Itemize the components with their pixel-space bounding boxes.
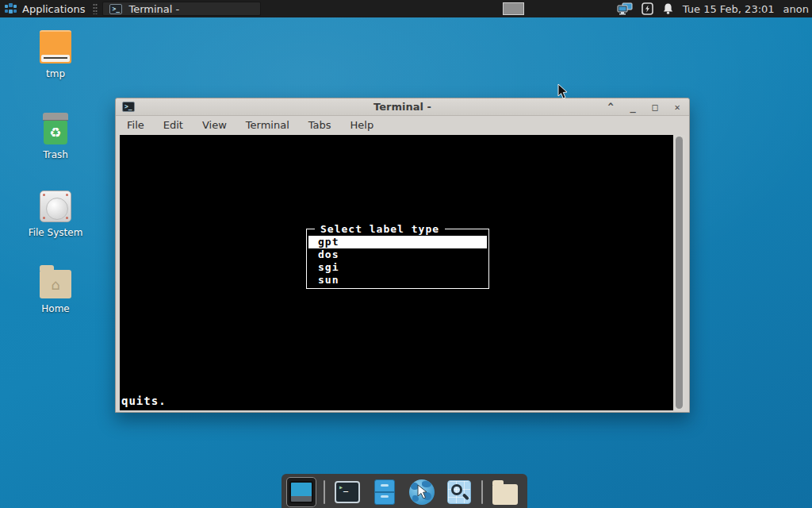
panel-username: anon	[783, 3, 809, 15]
desktop-icon-home[interactable]: ⌂ Home	[16, 270, 95, 314]
menu-tabs[interactable]: Tabs	[308, 119, 331, 131]
folder-icon	[492, 484, 518, 505]
show-desktop-icon	[289, 481, 313, 503]
globe-icon	[409, 479, 435, 505]
applications-label: Applications	[22, 3, 85, 15]
desktop: { "panel": { "applications_label": "Appl…	[0, 0, 812, 508]
terminal-bottom-text: quits.	[121, 394, 167, 407]
desktop-icon-trash[interactable]: ♻ Trash	[16, 111, 95, 160]
dialog-title: Select label type	[315, 223, 445, 235]
dialog-option-dos[interactable]: dos	[308, 248, 487, 261]
menu-help[interactable]: Help	[350, 119, 374, 131]
dock-separator	[324, 480, 325, 504]
terminal-body: Select label type gpt dos sgi sun quits.	[120, 135, 685, 410]
dialog-option-gpt[interactable]: gpt	[308, 236, 487, 248]
file-cabinet-icon	[374, 479, 395, 505]
applications-menu[interactable]: Applications	[0, 0, 91, 17]
dock-terminal[interactable]: ▸_	[332, 477, 362, 507]
mouse-cursor	[557, 84, 569, 100]
menu-edit[interactable]: Edit	[163, 119, 183, 131]
xfce-logo-icon	[5, 3, 17, 14]
terminal-scrollbar[interactable]	[673, 135, 685, 410]
desktop-icon-label: Trash	[16, 149, 95, 160]
trash-icon: ♻	[40, 111, 71, 144]
magnifier-icon	[447, 480, 471, 504]
terminal-window: >_ Terminal - ^ _ □ ✕ File Edit View Ter…	[115, 98, 690, 413]
scrollbar-thumb[interactable]	[676, 137, 683, 409]
displays-icon[interactable]	[617, 2, 633, 15]
window-controls: ^ _ □ ✕	[605, 102, 683, 113]
dock-file-manager[interactable]	[370, 477, 400, 507]
panel-tray: Tue 15 Feb, 23:01 anon	[617, 0, 809, 17]
top-panel: Applications >_ Terminal -	[0, 0, 812, 17]
desktop-icon-tmp[interactable]: tmp	[16, 30, 95, 79]
dialog-option-sgi[interactable]: sgi	[308, 261, 487, 274]
menu-file[interactable]: File	[127, 119, 144, 131]
workspace-switcher[interactable]	[503, 2, 524, 15]
dialog-option-sun[interactable]: sun	[308, 274, 487, 287]
terminal-screen[interactable]: Select label type gpt dos sgi sun quits.	[120, 135, 673, 410]
desktop-icon-label: tmp	[16, 68, 95, 79]
menu-terminal[interactable]: Terminal	[246, 119, 289, 131]
house-glyph: ⌂	[40, 270, 71, 298]
minimize-button[interactable]: _	[627, 102, 638, 113]
maximize-button[interactable]: □	[649, 102, 661, 113]
dock: ▸_	[282, 474, 527, 508]
dock-folder[interactable]	[490, 477, 520, 507]
home-folder-icon: ⌂	[40, 270, 71, 298]
panel-handle	[93, 3, 98, 14]
terminal-icon: >_	[109, 4, 122, 14]
dock-separator	[481, 480, 483, 504]
taskbar-button-terminal[interactable]: >_ Terminal -	[102, 2, 261, 16]
power-manager-icon[interactable]	[642, 2, 653, 15]
shade-button[interactable]: ^	[605, 102, 616, 113]
orange-folder-icon	[40, 30, 71, 64]
desktop-icon-label: Home	[16, 303, 95, 314]
dock-show-desktop[interactable]	[286, 477, 316, 507]
dock-web-browser[interactable]	[407, 477, 437, 507]
desktop-icon-file-system[interactable]: File System	[16, 190, 95, 238]
window-menubar: File Edit View Terminal Tabs Help	[116, 116, 689, 134]
menu-view[interactable]: View	[202, 119, 227, 131]
taskbar-button-label: Terminal -	[128, 3, 179, 15]
trash-body: ♻	[44, 121, 67, 144]
hard-drive-icon	[40, 190, 71, 222]
close-button[interactable]: ✕	[672, 102, 683, 113]
pointer-icon	[415, 485, 429, 501]
window-title: Terminal -	[116, 101, 689, 113]
dialog-options: gpt dos sgi sun	[307, 229, 488, 287]
trash-lid	[43, 113, 68, 121]
desktop-icon-label: File System	[16, 227, 95, 238]
window-titlebar[interactable]: >_ Terminal - ^ _ □ ✕	[116, 98, 689, 116]
terminal-app-icon: ▸_	[335, 481, 360, 503]
panel-clock[interactable]: Tue 15 Feb, 23:01	[683, 3, 775, 15]
notifications-icon[interactable]	[662, 2, 674, 15]
cfdisk-label-dialog: Select label type gpt dos sgi sun	[306, 229, 489, 289]
dock-app-finder[interactable]	[444, 477, 474, 507]
